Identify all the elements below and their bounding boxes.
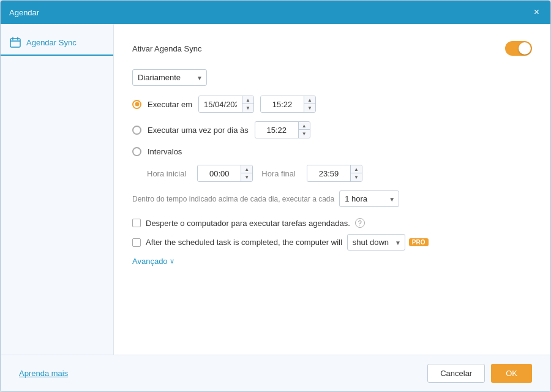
time-input-2[interactable]: 15:22	[255, 122, 298, 138]
sidebar-item-agendar-sync[interactable]: Agendar Sync	[1, 30, 113, 56]
date-up-arrow[interactable]: ▲	[242, 96, 253, 104]
date-input[interactable]: 15/04/2022	[199, 96, 242, 112]
interval-select-wrapper: 1 hora 2 horas 30 minutos ▼	[339, 190, 399, 207]
close-button[interactable]: ×	[531, 6, 542, 18]
hora-final-up[interactable]: ▲	[351, 165, 362, 173]
help-icon[interactable]: ?	[355, 218, 365, 228]
radio-intervalos-label: Intervalos	[148, 147, 182, 156]
checkbox-shutdown-row: After the scheduled task is completed, t…	[132, 234, 532, 251]
activate-sync-toggle[interactable]	[505, 41, 532, 56]
main-content: Ativar Agenda Sync Diariamente Semanalme…	[114, 24, 550, 355]
advanced-label: Avançado	[132, 257, 168, 266]
dialog-title: Agendar	[9, 8, 39, 17]
footer-buttons: Cancelar OK	[427, 364, 532, 383]
hora-inicial-arrows: ▲ ▼	[241, 165, 252, 181]
ok-button[interactable]: OK	[491, 364, 532, 383]
radio-executar-em-row: Executar em 15/04/2022 ▲ ▼ 15:22 ▲ ▼	[132, 96, 532, 113]
frequency-group: Diariamente Semanalmente Mensalmente ▼	[132, 69, 532, 86]
radio-executar-em[interactable]	[132, 100, 141, 109]
radio-uma-vez-row: Executar uma vez por dia às 15:22 ▲ ▼	[132, 121, 532, 138]
checkbox-desperte[interactable]	[132, 219, 141, 227]
date-down-arrow[interactable]: ▼	[242, 104, 253, 112]
hora-inicial-down[interactable]: ▼	[241, 173, 252, 181]
title-bar: Agendar ×	[1, 1, 550, 24]
time-2-up-arrow[interactable]: ▲	[299, 122, 310, 130]
time-spinbox-2: 15:22 ▲ ▼	[255, 121, 310, 138]
hora-inicial-label: Hora inicial	[147, 169, 186, 178]
advanced-chevron: ∨	[170, 257, 174, 265]
frequency-select[interactable]: Diariamente Semanalmente Mensalmente	[132, 69, 207, 86]
shutdown-select-wrap: shut down sleep hibernate do nothing ▼ P…	[347, 234, 429, 251]
hora-final-spinbox: 23:59 ▲ ▼	[307, 165, 362, 182]
hora-inicial-input[interactable]: 00:00	[198, 165, 241, 181]
radio-intervalos-row: Intervalos	[132, 147, 532, 156]
cancel-button[interactable]: Cancelar	[427, 364, 485, 383]
checkbox-shutdown-label-pre: After the scheduled task is completed, t…	[146, 238, 342, 247]
hora-inicial-spinbox: 00:00 ▲ ▼	[197, 165, 253, 182]
time-1-up-arrow[interactable]: ▲	[304, 96, 315, 104]
time-input-1[interactable]: 15:22	[261, 96, 304, 112]
dialog-footer: Aprenda mais Cancelar OK	[1, 355, 550, 391]
time-2-down-arrow[interactable]: ▼	[299, 130, 310, 138]
pro-badge: PRO	[409, 238, 429, 246]
hora-inicial-up[interactable]: ▲	[241, 165, 252, 173]
dialog-body: Agendar Sync Ativar Agenda Sync Diariame…	[1, 24, 550, 355]
agendar-dialog: Agendar × Agendar Sync Ativ	[0, 0, 551, 392]
frequency-select-wrapper: Diariamente Semanalmente Mensalmente ▼	[132, 69, 207, 86]
time-1-down-arrow[interactable]: ▼	[304, 104, 315, 112]
advanced-section: Avançado ∨	[132, 257, 532, 266]
radio-executar-em-label: Executar em	[148, 100, 192, 109]
time-spinbox-2-arrows: ▲ ▼	[298, 122, 310, 138]
intervals-row: Hora inicial 00:00 ▲ ▼ Hora final 23:59 …	[147, 165, 532, 182]
time-spinbox-1: 15:22 ▲ ▼	[260, 96, 316, 113]
checkbox-shutdown[interactable]	[132, 238, 141, 247]
radio-uma-vez-label: Executar uma vez por dia às	[148, 126, 249, 135]
date-spinbox: 15/04/2022 ▲ ▼	[198, 96, 254, 113]
shutdown-select[interactable]: shut down sleep hibernate do nothing	[347, 234, 405, 251]
hora-final-down[interactable]: ▼	[351, 173, 362, 181]
activate-sync-row: Ativar Agenda Sync	[132, 41, 532, 56]
hora-final-label: Hora final	[261, 169, 296, 178]
hora-final-input[interactable]: 23:59	[307, 165, 350, 181]
interval-select[interactable]: 1 hora 2 horas 30 minutos	[339, 190, 399, 207]
toggle-knob	[519, 42, 531, 55]
calendar-icon	[9, 36, 21, 48]
radio-intervalos[interactable]	[132, 147, 141, 156]
checkbox-desperte-label: Desperte o computador para executar tare…	[146, 219, 350, 228]
within-row: Dentro do tempo indicado acima de cada d…	[132, 190, 532, 207]
svg-rect-0	[10, 39, 20, 47]
learn-more-link[interactable]: Aprenda mais	[19, 369, 68, 378]
checkbox-desperte-row: Desperte o computador para executar tare…	[132, 218, 532, 228]
shutdown-select-wrapper: shut down sleep hibernate do nothing ▼	[347, 234, 405, 251]
activate-sync-label: Ativar Agenda Sync	[132, 44, 201, 53]
within-text: Dentro do tempo indicado acima de cada d…	[132, 195, 334, 203]
advanced-link[interactable]: Avançado ∨	[132, 257, 174, 266]
sidebar-item-label: Agendar Sync	[26, 38, 77, 47]
radio-uma-vez[interactable]	[132, 126, 141, 135]
sidebar: Agendar Sync	[1, 24, 114, 355]
hora-final-arrows: ▲ ▼	[350, 165, 362, 181]
date-spinbox-arrows: ▲ ▼	[242, 96, 253, 112]
time-spinbox-1-arrows: ▲ ▼	[304, 96, 315, 112]
